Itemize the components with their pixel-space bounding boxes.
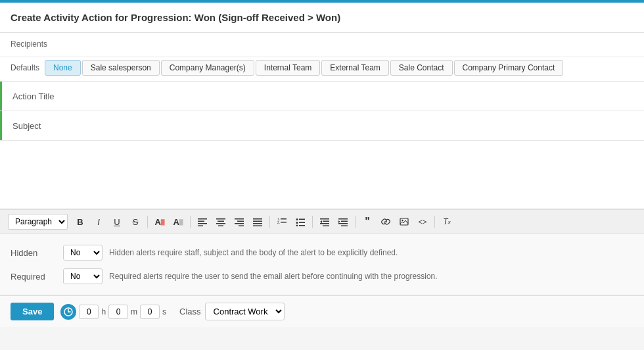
svg-rect-7: [218, 226, 223, 227]
svg-rect-15: [253, 226, 262, 227]
tab-none[interactable]: None: [45, 60, 81, 76]
svg-rect-27: [323, 221, 329, 222]
svg-point-37: [402, 220, 403, 221]
action-title-input[interactable]: [79, 85, 644, 108]
tabs-row: Defaults None Sale salesperson Company M…: [0, 57, 644, 82]
decrease-indent-button[interactable]: [316, 214, 333, 230]
svg-rect-5: [218, 221, 224, 222]
class-select[interactable]: Contract Work Standard Priority: [205, 303, 285, 320]
tab-internal-team[interactable]: Internal Team: [256, 60, 321, 76]
minutes-unit: m: [131, 307, 137, 316]
seconds-unit: s: [162, 307, 166, 316]
toolbar-separator-5: [355, 216, 356, 228]
action-title-field: Action Title: [0, 82, 644, 111]
hidden-select[interactable]: No Yes: [63, 245, 103, 261]
footer-section: Save h m s Class Contract Work Standard …: [0, 295, 644, 327]
svg-rect-14: [253, 223, 262, 224]
editor-content[interactable]: [0, 141, 644, 207]
svg-rect-2: [198, 223, 207, 224]
svg-rect-32: [341, 221, 348, 222]
svg-point-24: [296, 225, 298, 227]
svg-rect-3: [198, 226, 203, 227]
underline-button[interactable]: U: [108, 214, 126, 230]
svg-rect-17: [281, 218, 287, 220]
justify-button[interactable]: [249, 214, 266, 230]
class-label: Class: [179, 307, 201, 316]
hours-unit: h: [101, 307, 106, 316]
hidden-desc: Hidden alerts require staff, subject and…: [109, 248, 398, 257]
svg-rect-10: [235, 223, 244, 224]
clear-format-button[interactable]: Tx: [438, 214, 455, 230]
italic-button[interactable]: I: [90, 214, 107, 230]
svg-rect-25: [299, 225, 305, 226]
defaults-tab-label: Defaults: [11, 63, 39, 72]
toolbar-separator-4: [312, 216, 313, 228]
bold-button[interactable]: B: [72, 214, 89, 230]
unordered-list-button[interactable]: [292, 214, 309, 230]
tab-sale-salesperson[interactable]: Sale salesperson: [82, 60, 160, 76]
svg-rect-31: [338, 218, 348, 220]
svg-rect-33: [338, 223, 348, 224]
svg-rect-6: [216, 223, 225, 224]
blockquote-button[interactable]: ": [359, 214, 376, 230]
hidden-label: Hidden: [11, 248, 57, 258]
class-section: Class Contract Work Standard Priority: [179, 303, 285, 320]
hidden-option-row: Hidden No Yes Hidden alerts require staf…: [11, 241, 633, 264]
toolbar-separator-2: [190, 216, 191, 228]
svg-text:2.: 2.: [277, 220, 280, 224]
highlight-color-button[interactable]: A▓: [170, 214, 187, 230]
svg-marker-35: [338, 220, 340, 223]
align-center-button[interactable]: [212, 214, 229, 230]
minutes-input[interactable]: [108, 305, 128, 319]
tab-external-team[interactable]: External Team: [321, 60, 388, 76]
increase-indent-button[interactable]: [334, 214, 352, 230]
save-button[interactable]: Save: [11, 303, 54, 320]
tab-sale-contact[interactable]: Sale Contact: [390, 60, 453, 76]
svg-rect-28: [320, 223, 329, 224]
required-option-row: Required No Yes Required alerts require …: [11, 264, 633, 288]
action-title-label: Action Title: [0, 82, 79, 111]
link-button[interactable]: [377, 214, 394, 230]
recipients-section: Recipients: [0, 33, 644, 57]
svg-rect-26: [320, 218, 329, 220]
svg-rect-8: [235, 218, 244, 220]
subject-input[interactable]: [79, 114, 644, 138]
strikethrough-button[interactable]: S: [127, 214, 144, 230]
svg-rect-13: [253, 221, 262, 222]
svg-rect-23: [299, 222, 305, 224]
editor-area: [0, 141, 644, 209]
svg-rect-21: [299, 219, 305, 220]
tab-company-manager[interactable]: Company Manager(s): [161, 60, 254, 76]
align-left-button[interactable]: [194, 214, 211, 230]
subject-label: Subject: [0, 111, 79, 140]
align-right-button[interactable]: [231, 214, 248, 230]
toolbar-separator-3: [269, 216, 270, 228]
page-title: Create Activity Action for Progression: …: [0, 3, 644, 33]
svg-rect-0: [198, 218, 207, 220]
seconds-input[interactable]: [140, 305, 160, 319]
required-label: Required: [11, 272, 57, 282]
required-select[interactable]: No Yes: [63, 268, 103, 284]
font-color-button[interactable]: A▓: [151, 214, 168, 230]
subject-field: Subject: [0, 111, 644, 141]
svg-rect-11: [239, 226, 244, 227]
paragraph-select[interactable]: Paragraph Heading 1 Heading 2 Heading 3: [8, 214, 68, 230]
svg-marker-30: [320, 220, 322, 223]
hours-input[interactable]: [79, 305, 99, 319]
svg-point-20: [296, 218, 298, 220]
toolbar-separator-1: [147, 216, 148, 228]
svg-rect-1: [198, 221, 204, 222]
svg-rect-19: [281, 222, 287, 223]
recipients-label: Recipients: [11, 39, 633, 49]
editor-toolbar: Paragraph Heading 1 Heading 2 Heading 3 …: [0, 209, 644, 234]
timer-icon: [60, 304, 76, 320]
form-section: Action Title Subject: [0, 82, 644, 141]
image-button[interactable]: [396, 214, 413, 230]
svg-rect-12: [253, 218, 262, 220]
code-button[interactable]: <>: [414, 214, 431, 230]
page-wrapper: Create Activity Action for Progression: …: [0, 3, 644, 327]
ordered-list-button[interactable]: 1. 2.: [273, 214, 290, 230]
svg-point-22: [296, 222, 298, 224]
tab-company-primary-contact[interactable]: Company Primary Contact: [454, 60, 564, 76]
options-section: Hidden No Yes Hidden alerts require staf…: [0, 234, 644, 295]
